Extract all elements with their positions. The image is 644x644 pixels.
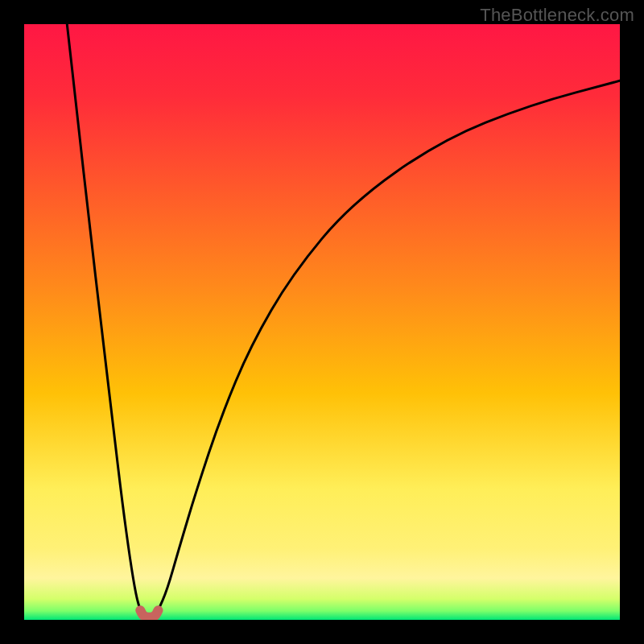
left-branch-curve xyxy=(67,24,140,610)
right-branch-curve xyxy=(159,80,621,610)
curve-layer xyxy=(24,24,620,620)
valley-marker xyxy=(140,610,158,617)
plot-area xyxy=(24,24,620,620)
chart-frame: TheBottleneck.com xyxy=(0,0,644,644)
watermark-text: TheBottleneck.com xyxy=(480,5,634,26)
